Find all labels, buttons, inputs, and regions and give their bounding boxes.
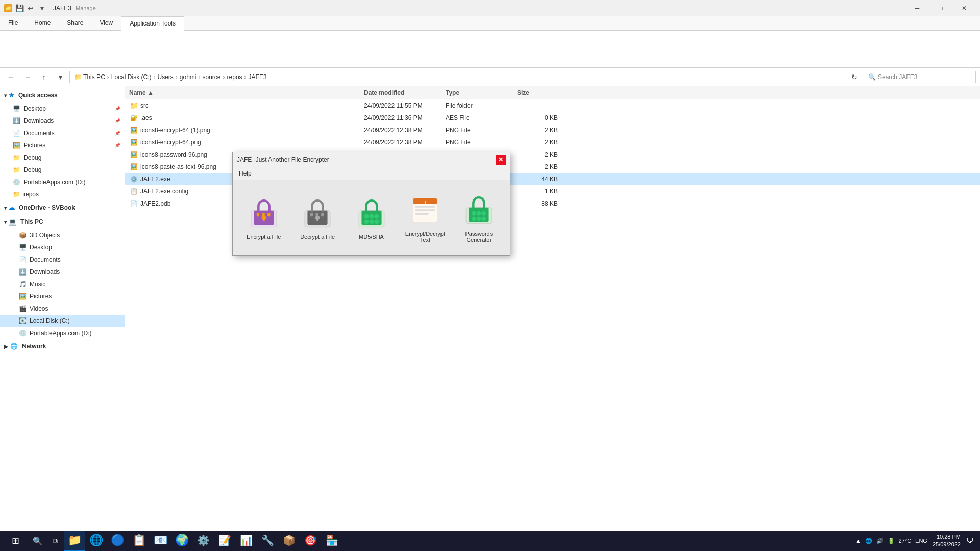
sidebar-item-music[interactable]: 🎵 Music bbox=[0, 278, 125, 290]
sidebar-item-portableapps-pc[interactable]: 💿 PortableApps.com (D:) bbox=[0, 327, 125, 339]
taskbar-app-edge[interactable]: 🌐 bbox=[86, 531, 106, 551]
svg-point-35 bbox=[482, 216, 486, 221]
sidebar-item-documents-pc[interactable]: 📄 Documents bbox=[0, 254, 125, 266]
decrypt-file-icon bbox=[299, 195, 336, 232]
sidebar-item-videos[interactable]: 🎬 Videos bbox=[0, 303, 125, 315]
decrypt-file-button[interactable]: Decrypt a File bbox=[292, 191, 342, 244]
sidebar-network-header[interactable]: ▶ 🌐 Network bbox=[0, 339, 125, 354]
sidebar-thispc-header[interactable]: ▾ 💻 This PC bbox=[0, 215, 125, 229]
taskbar-app-chrome[interactable]: 🔵 bbox=[107, 531, 128, 551]
dropdown-icon[interactable]: ▾ bbox=[37, 3, 47, 13]
sidebar-item-desktop-pc[interactable]: 🖥️ Desktop bbox=[0, 241, 125, 254]
sidebar-item-pictures-pinned[interactable]: 🖼️ Pictures 📌 bbox=[0, 139, 125, 152]
sidebar-quick-access-label: Quick access bbox=[18, 92, 58, 99]
sidebar-item-debug1[interactable]: 📁 Debug bbox=[0, 152, 125, 164]
sidebar-item-pictures-pc[interactable]: 🖼️ Pictures bbox=[0, 290, 125, 303]
taskbar-app-app4[interactable]: 🎯 bbox=[300, 531, 321, 551]
downloads-icon: ⬇️ bbox=[12, 117, 20, 125]
jafe-dialog[interactable]: JAFE -Just Another File Encrypter ✕ Help bbox=[232, 152, 510, 256]
col-type-header[interactable]: Type bbox=[446, 89, 517, 96]
pdb-icon: 📄 bbox=[129, 199, 138, 208]
sidebar-item-documents-pinned[interactable]: 📄 Documents 📌 bbox=[0, 127, 125, 139]
col-name-header[interactable]: Name ▲ bbox=[129, 89, 364, 96]
taskbar-app-app2[interactable]: 🔧 bbox=[257, 531, 278, 551]
localdisk-icon: 💽 bbox=[18, 317, 27, 325]
taskbar-app-mail[interactable]: 📧 bbox=[150, 531, 170, 551]
taskbar-app-store[interactable]: 🏪 bbox=[322, 531, 342, 551]
app-icon: 📁 bbox=[4, 4, 12, 12]
tab-application-tools[interactable]: Application Tools bbox=[121, 16, 184, 31]
path-users[interactable]: Users bbox=[157, 73, 173, 81]
md5-sha-button[interactable]: MD5/SHA bbox=[347, 191, 396, 244]
passwords-generator-button[interactable]: Passwords Generator bbox=[454, 188, 504, 247]
language-display: ENG bbox=[915, 538, 927, 544]
systray-arrow[interactable]: ▲ bbox=[856, 538, 861, 544]
tab-view[interactable]: View bbox=[91, 16, 121, 30]
path-thispc[interactable]: 📁 This PC bbox=[74, 73, 105, 81]
volume-icon[interactable]: 🔊 bbox=[876, 538, 884, 544]
file-row-png1[interactable]: 🖼️ icons8-encrypt-64 (1).png 24/09/2022 … bbox=[125, 124, 980, 136]
taskbar-task-view[interactable]: ⧉ bbox=[47, 531, 63, 551]
folder-icon: 📁 bbox=[12, 154, 20, 162]
sidebar-item-localdisk[interactable]: 💽 Local Disk (C:) bbox=[0, 315, 125, 327]
path-localdisk[interactable]: Local Disk (C:) bbox=[111, 73, 152, 81]
taskbar-app-vscode[interactable]: 📝 bbox=[214, 531, 235, 551]
clock-date: 25/09/2022 bbox=[933, 541, 961, 548]
sidebar-item-downloads-pinned[interactable]: ⬇️ Downloads 📌 bbox=[0, 115, 125, 127]
png-icon-3: 🖼️ bbox=[129, 150, 138, 159]
close-button[interactable]: ✕ bbox=[952, 0, 976, 16]
path-repos[interactable]: repos bbox=[227, 73, 242, 81]
svg-rect-26 bbox=[415, 209, 435, 211]
taskbar-clock[interactable]: 10:28 PM 25/09/2022 bbox=[933, 533, 961, 549]
search-box[interactable]: 🔍 Search JAFE3 bbox=[864, 71, 976, 83]
tab-share[interactable]: Share bbox=[59, 16, 91, 30]
taskbar-app-explorer[interactable]: 📁 bbox=[64, 531, 85, 551]
forward-button[interactable]: → bbox=[20, 70, 35, 84]
taskbar-app-ie[interactable]: 🌍 bbox=[172, 531, 192, 551]
up-button[interactable]: ↑ bbox=[37, 70, 51, 84]
file-row-src[interactable]: 📁 src 24/09/2022 11:55 PM File folder bbox=[125, 99, 980, 112]
taskbar-search-button[interactable]: 🔍 bbox=[30, 531, 46, 551]
sidebar-item-debug2[interactable]: 📁 Debug bbox=[0, 164, 125, 176]
sidebar-item-downloads-pc[interactable]: ⬇️ Downloads bbox=[0, 266, 125, 278]
start-button[interactable]: ⊞ bbox=[2, 531, 29, 551]
refresh-button[interactable]: ↻ bbox=[847, 70, 862, 84]
sidebar-item-3dobjects[interactable]: 📦 3D Objects bbox=[0, 229, 125, 241]
minimize-button[interactable]: ─ bbox=[905, 0, 929, 16]
sidebar-quick-access-header[interactable]: ▾ ★ Quick access bbox=[0, 88, 125, 103]
documents-icon: 📄 bbox=[12, 129, 20, 137]
folder-icon-src: 📁 bbox=[129, 101, 138, 110]
taskbar-app-settings[interactable]: ⚙️ bbox=[193, 531, 213, 551]
maximize-button[interactable]: □ bbox=[929, 0, 952, 16]
col-date-header[interactable]: Date modified bbox=[364, 89, 446, 96]
back-button[interactable]: ← bbox=[4, 70, 18, 84]
dialog-close-button[interactable]: ✕ bbox=[496, 155, 506, 165]
3dobjects-icon: 📦 bbox=[18, 231, 27, 239]
undo-icon[interactable]: ↩ bbox=[26, 3, 36, 13]
save-icon[interactable]: 💾 bbox=[14, 3, 24, 13]
encrypt-decrypt-text-button[interactable]: T Encrypt/Decrypt Text bbox=[400, 188, 450, 247]
recent-locations-button[interactable]: ▾ bbox=[53, 70, 67, 84]
address-path[interactable]: 📁 This PC › Local Disk (C:) › Users › go… bbox=[69, 71, 845, 83]
taskbar-app-files[interactable]: 📋 bbox=[129, 531, 149, 551]
tab-file[interactable]: File bbox=[0, 16, 26, 30]
taskbar-app-excel[interactable]: 📊 bbox=[236, 531, 256, 551]
col-size-header[interactable]: Size bbox=[517, 89, 558, 96]
sidebar-onedrive-header[interactable]: ▾ ☁ OneDrive - SVBook bbox=[0, 201, 125, 215]
sidebar-item-repos[interactable]: 📁 repos bbox=[0, 188, 125, 201]
sidebar-item-desktop[interactable]: 🖥️ Desktop 📌 bbox=[0, 103, 125, 115]
tab-home[interactable]: Home bbox=[26, 16, 59, 30]
config-icon: 📋 bbox=[129, 187, 138, 196]
taskbar-app-app3[interactable]: 📦 bbox=[279, 531, 299, 551]
file-row-png2[interactable]: 🖼️ icons8-encrypt-64.png 24/09/2022 12:3… bbox=[125, 136, 980, 148]
dialog-menubar: Help bbox=[233, 167, 510, 180]
path-gohmi[interactable]: gohmi bbox=[180, 73, 197, 81]
dialog-menu-help[interactable]: Help bbox=[235, 167, 256, 180]
downloads-pc-icon: ⬇️ bbox=[18, 268, 27, 276]
notification-button[interactable]: 🗨 bbox=[962, 531, 978, 551]
sidebar-item-portableapps[interactable]: 💿 PortableApps.com (D:) bbox=[0, 176, 125, 188]
path-source[interactable]: source bbox=[203, 73, 221, 81]
path-jafe3[interactable]: JAFE3 bbox=[249, 73, 267, 81]
file-row-aes[interactable]: 🔐 .aes 24/09/2022 11:36 PM AES File 0 KB bbox=[125, 112, 980, 124]
encrypt-file-button[interactable]: Encrypt a File bbox=[239, 191, 288, 244]
